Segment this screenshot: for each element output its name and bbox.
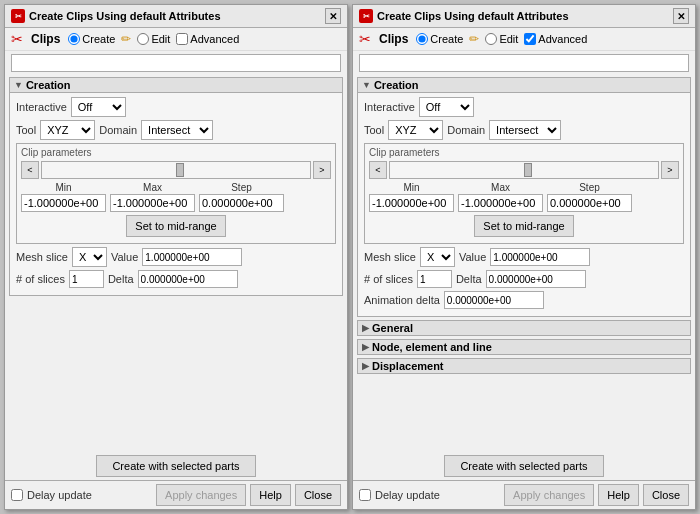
create-radio-1[interactable]	[68, 33, 80, 45]
mesh-slice-label-1: Mesh slice	[16, 251, 68, 263]
tool-select-1[interactable]: XYZ	[40, 120, 95, 140]
edit-radio-1[interactable]	[137, 33, 149, 45]
apply-changes-btn-2[interactable]: Apply changes	[504, 484, 594, 506]
search-input-2[interactable]	[359, 54, 689, 72]
slider-left-btn-1[interactable]: <	[21, 161, 39, 179]
create-radio-item-2[interactable]: Create	[416, 33, 463, 45]
dialog1: ✂ Create Clips Using default Attributes …	[4, 4, 348, 510]
tool-select-2[interactable]: XYZ	[388, 120, 443, 140]
displacement-header-2[interactable]: ▶ Displacement	[358, 359, 690, 373]
advanced-checkbox-item-2[interactable]: Advanced	[524, 33, 587, 45]
advanced-checkbox-1[interactable]	[176, 33, 188, 45]
create-radio-label-1: Create	[82, 33, 115, 45]
interactive-select-1[interactable]: Off	[71, 97, 126, 117]
creation-triangle-1: ▼	[14, 80, 23, 90]
step-input-2[interactable]: 0.000000e+00	[547, 194, 632, 212]
slider-right-btn-1[interactable]: >	[313, 161, 331, 179]
domain-label-1: Domain	[99, 124, 137, 136]
mesh-slice-row-1: Mesh slice X Value 1.000000e+00	[16, 247, 336, 267]
num-slices-input-2[interactable]: 1	[417, 270, 452, 288]
set-mid-range-row-2: Set to mid-range	[369, 215, 679, 237]
min-input-2[interactable]: -1.000000e+00	[369, 194, 454, 212]
edit-radio-item-2[interactable]: Edit	[485, 33, 518, 45]
creation-label-1: Creation	[26, 79, 71, 91]
step-col-2: Step 0.000000e+00	[547, 182, 632, 212]
max-col-1: Max -1.000000e+00	[110, 182, 195, 212]
content-1: ▼ Creation Interactive Off Tool XYZ Doma…	[5, 75, 347, 452]
title-1: Create Clips Using default Attributes	[29, 10, 221, 22]
create-selected-btn-2[interactable]: Create with selected parts	[444, 455, 604, 477]
min-header-2: Min	[369, 182, 454, 193]
domain-select-1[interactable]: Intersect	[141, 120, 213, 140]
title-bar-1: ✂ Create Clips Using default Attributes …	[5, 5, 347, 28]
creation-body-2: Interactive Off Tool XYZ Domain Intersec…	[358, 93, 690, 316]
min-input-1[interactable]: -1.000000e+00	[21, 194, 106, 212]
clips-label-2: Clips	[379, 32, 408, 46]
close-x-btn-1[interactable]: ✕	[325, 8, 341, 24]
tool-domain-row-2: Tool XYZ Domain Intersect	[364, 120, 684, 140]
close-btn-2[interactable]: Close	[643, 484, 689, 506]
edit-radio-2[interactable]	[485, 33, 497, 45]
slider-left-btn-2[interactable]: <	[369, 161, 387, 179]
set-mid-range-btn-1[interactable]: Set to mid-range	[126, 215, 225, 237]
help-btn-1[interactable]: Help	[250, 484, 291, 506]
help-btn-2[interactable]: Help	[598, 484, 639, 506]
max-input-1[interactable]: -1.000000e+00	[110, 194, 195, 212]
general-label-2: General	[372, 322, 413, 334]
set-mid-range-row-1: Set to mid-range	[21, 215, 331, 237]
tool-domain-row-1: Tool XYZ Domain Intersect	[16, 120, 336, 140]
slider-right-btn-2[interactable]: >	[661, 161, 679, 179]
max-input-2[interactable]: -1.000000e+00	[458, 194, 543, 212]
delta-input-2[interactable]: 0.000000e+00	[486, 270, 586, 288]
bottom-bar-1: Delay update Apply changes Help Close	[5, 480, 347, 509]
creation-triangle-2: ▼	[362, 80, 371, 90]
create-radio-2[interactable]	[416, 33, 428, 45]
create-btn-row-2: Create with selected parts	[353, 452, 695, 480]
step-input-1[interactable]: 0.000000e+00	[199, 194, 284, 212]
mesh-slice-axis-2[interactable]: X	[420, 247, 455, 267]
mesh-slice-axis-1[interactable]: X	[72, 247, 107, 267]
apply-changes-btn-1[interactable]: Apply changes	[156, 484, 246, 506]
mesh-value-input-2[interactable]: 1.000000e+00	[490, 248, 590, 266]
title-bar-2: ✂ Create Clips Using default Attributes …	[353, 5, 695, 28]
num-slices-input-1[interactable]: 1	[69, 270, 104, 288]
create-radio-label-2: Create	[430, 33, 463, 45]
toolbar-1: ✂ Clips Create ✏ Edit Advanced	[5, 28, 347, 51]
mode-radio-group-1: Create ✏ Edit Advanced	[68, 32, 239, 46]
delay-update-label-1: Delay update	[27, 489, 92, 501]
close-x-btn-2[interactable]: ✕	[673, 8, 689, 24]
title-2: Create Clips Using default Attributes	[377, 10, 569, 22]
slider-track-1[interactable]	[41, 161, 311, 179]
advanced-label-1: Advanced	[190, 33, 239, 45]
mesh-value-input-1[interactable]: 1.000000e+00	[142, 248, 242, 266]
delay-update-checkbox-2[interactable]	[359, 489, 371, 501]
advanced-checkbox-item-1[interactable]: Advanced	[176, 33, 239, 45]
slider-thumb-2	[524, 163, 532, 177]
search-input-1[interactable]	[11, 54, 341, 72]
pencil-icon-2: ✏	[469, 32, 479, 46]
slider-thumb-1	[176, 163, 184, 177]
delay-update-label-2: Delay update	[375, 489, 440, 501]
general-triangle-2: ▶	[362, 323, 369, 333]
advanced-checkbox-2[interactable]	[524, 33, 536, 45]
domain-select-2[interactable]: Intersect	[489, 120, 561, 140]
mesh-slice-row-2: Mesh slice X Value 1.000000e+00	[364, 247, 684, 267]
node-elem-header-2[interactable]: ▶ Node, element and line	[358, 340, 690, 354]
close-btn-1[interactable]: Close	[295, 484, 341, 506]
step-col-1: Step 0.000000e+00	[199, 182, 284, 212]
edit-radio-item-1[interactable]: Edit	[137, 33, 170, 45]
slider-track-2[interactable]	[389, 161, 659, 179]
delay-update-checkbox-1[interactable]	[11, 489, 23, 501]
min-header-1: Min	[21, 182, 106, 193]
creation-header-1: ▼ Creation	[10, 78, 342, 93]
toolbar-2: ✂ Clips Create ✏ Edit Advanced	[353, 28, 695, 51]
create-selected-btn-1[interactable]: Create with selected parts	[96, 455, 256, 477]
clip-params-label-2: Clip parameters	[369, 147, 440, 158]
anim-delta-input-2[interactable]: 0.000000e+00	[444, 291, 544, 309]
creation-body-1: Interactive Off Tool XYZ Domain Intersec…	[10, 93, 342, 295]
interactive-select-2[interactable]: Off	[419, 97, 474, 117]
delta-input-1[interactable]: 0.000000e+00	[138, 270, 238, 288]
create-radio-item-1[interactable]: Create	[68, 33, 115, 45]
general-header-2[interactable]: ▶ General	[358, 321, 690, 335]
set-mid-range-btn-2[interactable]: Set to mid-range	[474, 215, 573, 237]
